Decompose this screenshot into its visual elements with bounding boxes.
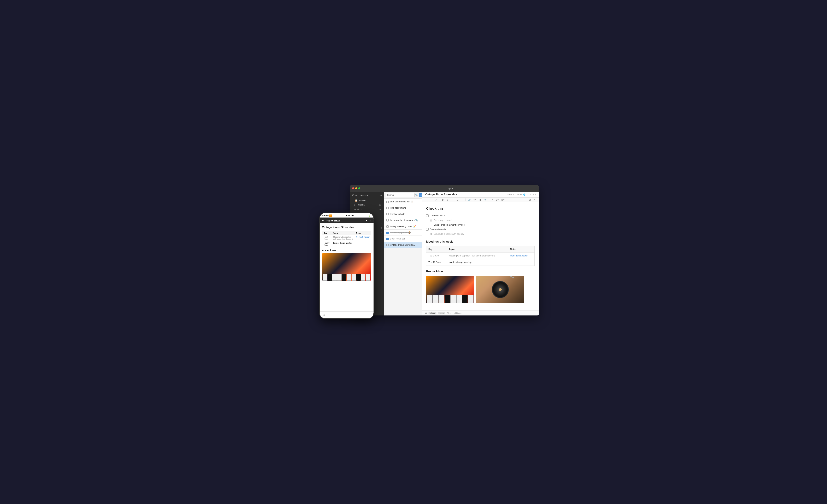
note-item-pickup[interactable]: ✓ Go pick up parcel 📦 bbox=[384, 230, 422, 236]
table-cell-topic: Interior design meeting bbox=[447, 259, 508, 265]
check-item-label: Create website bbox=[430, 214, 445, 217]
dropdown-icon[interactable]: ▼ bbox=[365, 219, 368, 222]
editor-header: Vintage Piano Store idea 03/06/2021 16:4… bbox=[422, 192, 539, 198]
editor-note-title: Vintage Piano Store idea bbox=[425, 193, 457, 196]
mobile-content: Vintage Piano Store Idea Day Topic Notes… bbox=[320, 223, 374, 311]
table-cell-topic: Meeting with supplier - ask about that d… bbox=[447, 253, 508, 259]
poster-image-piano bbox=[426, 276, 474, 303]
more-options-icon[interactable]: ⋮ bbox=[369, 219, 372, 222]
mobile-notes-link[interactable]: MeetingNotes.pdf bbox=[356, 236, 370, 238]
code-button[interactable]: </> bbox=[472, 198, 477, 201]
external-link-button[interactable]: ↗ bbox=[434, 198, 438, 201]
check-item-label: Check online payment services bbox=[434, 223, 465, 227]
table-cell-notes: MeetingNotes.pdf bbox=[508, 253, 534, 259]
sidebar-item-personal[interactable]: ▶ Personal 13 bbox=[351, 203, 383, 207]
note-checkbox-checked[interactable]: ✓ bbox=[386, 232, 389, 234]
check-item-ads: Setup a few ads bbox=[426, 228, 535, 231]
tag-store[interactable]: store bbox=[438, 312, 445, 314]
tag-piano[interactable]: piano bbox=[428, 312, 437, 314]
checkbox-agency[interactable]: ☑ bbox=[430, 233, 432, 235]
mobile-search-area bbox=[320, 311, 374, 318]
checkbox-payment[interactable] bbox=[430, 224, 432, 226]
more-button[interactable]: ··· bbox=[460, 198, 464, 201]
check-item-label: Schedule meeting with agency bbox=[434, 232, 464, 236]
search-icon[interactable]: 🔍 bbox=[415, 194, 418, 196]
checkbox-logo[interactable]: ☑ bbox=[430, 219, 432, 221]
sidebar-item-all-notes[interactable]: 📋 All notes bbox=[350, 198, 384, 203]
globe-icon: 🌐 bbox=[523, 194, 526, 196]
mobile-status-bar: Carrier 📶 6:38 PM 🔋 bbox=[320, 213, 374, 217]
highlight-button[interactable]: H bbox=[450, 198, 454, 201]
note-item-deploy[interactable]: Deploy website bbox=[384, 211, 422, 217]
ordered-list-button[interactable]: 1≡ bbox=[495, 198, 500, 201]
toggle-editor-button[interactable]: ⊟ bbox=[528, 198, 532, 201]
editor-panel: Vintage Piano Store idea 03/06/2021 16:4… bbox=[422, 192, 539, 315]
title-bar: Joplin bbox=[350, 185, 539, 192]
note-item-8am[interactable]: 8am conference call 📋 bbox=[384, 199, 422, 205]
battery-icon: 🔋 bbox=[369, 215, 371, 217]
back-button[interactable]: ← bbox=[424, 198, 428, 201]
minimize-button[interactable] bbox=[355, 187, 357, 189]
note-checkbox-checked[interactable]: ✓ bbox=[386, 238, 389, 240]
forward-button[interactable]: → bbox=[429, 198, 433, 201]
note-checkbox[interactable] bbox=[386, 213, 389, 215]
note-item-incorp[interactable]: Incorporation documents 📎 bbox=[384, 217, 422, 223]
all-notes-icon: 📋 bbox=[355, 199, 357, 202]
table-header-day: Day bbox=[426, 246, 447, 253]
more-button-2[interactable]: ··· bbox=[506, 198, 510, 201]
note-checkbox[interactable] bbox=[386, 219, 389, 221]
mobile-nav-icons: ▼ ⋮ bbox=[365, 219, 372, 222]
section2-heading: Meetings this week bbox=[426, 239, 535, 244]
note-item-rental[interactable]: ✓ Book rental car bbox=[384, 236, 422, 242]
link-button[interactable]: 🔗 bbox=[467, 198, 472, 201]
italic-button[interactable]: I bbox=[446, 198, 450, 201]
view-list-button[interactable]: ☑ bbox=[419, 193, 422, 197]
editor-content: Check this Create website ☑ Get a logo -… bbox=[422, 202, 539, 310]
editor-meta: 03/06/2021 16:49 🌐 fr ⊞ ↗ ℹ bbox=[507, 194, 536, 196]
note-checkbox[interactable] bbox=[386, 244, 389, 246]
editor-footer: 🏷 piano store Click to add tags... bbox=[422, 310, 539, 315]
maximize-button[interactable] bbox=[358, 187, 360, 189]
note-item-friday[interactable]: Friday's Meeting notes 📝 bbox=[384, 223, 422, 230]
back-button[interactable]: ← bbox=[322, 219, 325, 222]
mobile-device: Carrier 📶 6:38 PM 🔋 ← Piano Shop ▼ ⋮ Vin… bbox=[319, 212, 374, 319]
edit-button[interactable]: ✏ bbox=[533, 198, 537, 201]
mobile-table-day: Thu 10 June bbox=[322, 241, 332, 247]
expand-icon: ↗ bbox=[532, 194, 534, 196]
meeting-notes-link[interactable]: MeetingNotes.pdf bbox=[510, 254, 528, 257]
vinyl-record bbox=[492, 281, 509, 298]
mobile-search-input[interactable] bbox=[321, 313, 372, 317]
sidebar-item-work[interactable]: ▶ Work 14 bbox=[351, 207, 383, 211]
note-checkbox[interactable] bbox=[386, 201, 389, 203]
note-item-hire[interactable]: Hire accountant bbox=[384, 205, 422, 211]
table-row: Tue 8 June Meeting with supplier - ask a… bbox=[322, 235, 371, 241]
add-notebook-button[interactable]: + bbox=[380, 194, 382, 197]
check-item-label: Get a logo - done! bbox=[434, 218, 451, 222]
checkbox-create-website[interactable] bbox=[426, 214, 429, 217]
close-button[interactable] bbox=[352, 187, 354, 189]
poster-image-vinyl bbox=[476, 276, 524, 303]
add-tag-button[interactable]: Click to add tags... bbox=[447, 312, 463, 314]
notebooks-icon: 🗒 bbox=[352, 194, 354, 197]
check-list-button[interactable]: ☑≡ bbox=[500, 198, 505, 201]
strikethrough-button[interactable]: S bbox=[455, 198, 459, 201]
app-title: Joplin bbox=[363, 187, 537, 190]
table-row: Thu 10 June Interior design meeting bbox=[426, 259, 535, 265]
meetings-table: Day Topic Notes Tue 8 June Meeting with … bbox=[426, 246, 535, 265]
note-item-vintage[interactable]: Vintage Piano Store idea bbox=[384, 242, 422, 248]
section1-heading: Check this bbox=[426, 206, 535, 211]
table-cell-notes bbox=[508, 259, 534, 265]
attachment-button[interactable]: 📎 bbox=[483, 198, 487, 201]
bold-button[interactable]: B bbox=[441, 198, 445, 201]
note-checkbox[interactable] bbox=[386, 225, 389, 228]
search-input[interactable] bbox=[386, 193, 415, 197]
bullet-list-button[interactable]: ≡ bbox=[490, 198, 494, 201]
note-checkbox[interactable] bbox=[386, 207, 389, 209]
mobile-note-title: Vintage Piano Store Idea bbox=[322, 226, 371, 229]
code-block-button[interactable]: {} bbox=[478, 198, 482, 201]
mobile-table-topic: Interior design meeting bbox=[332, 241, 355, 247]
checkbox-ads[interactable] bbox=[426, 228, 429, 231]
table-row: Tue 8 June Meeting with supplier - ask a… bbox=[426, 253, 535, 259]
check-item-payment: Check online payment services bbox=[430, 223, 535, 227]
vinyl-image-bg bbox=[476, 276, 524, 303]
